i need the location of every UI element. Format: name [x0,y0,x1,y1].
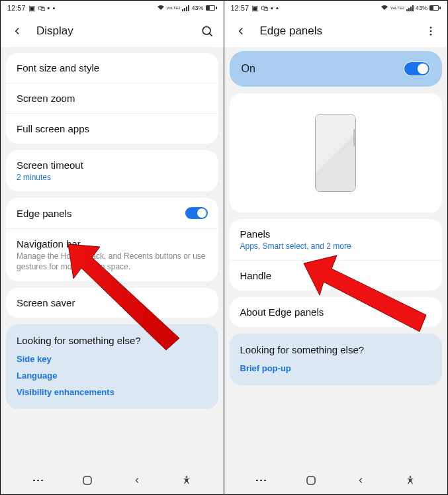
status-bar: 12:57 ▣ 🛍 ▪ • VoLTE2 43% [1,1,224,15]
recents-button[interactable] [252,472,269,489]
edge-panels-toggle[interactable] [185,207,208,219]
svg-point-15 [410,476,412,478]
page-title: Display [36,24,188,38]
row-full-screen-apps[interactable]: Full screen apps [6,114,218,144]
more-menu-icon[interactable] [424,24,438,38]
card-edge-nav: Edge panels Navigation bar Manage the Ho… [6,198,218,281]
signal-icon [406,5,414,11]
footer-link-side-key[interactable]: Side key [17,354,208,364]
home-button[interactable] [302,472,320,489]
back-icon[interactable] [10,24,24,38]
status-bar: 12:57 ▣ 🛍 ▪ • VoLTE2 43% [224,1,448,15]
row-navigation-bar[interactable]: Navigation bar Manage the Home, Back, an… [6,229,218,281]
status-time: 12:57 [7,4,26,12]
row-screen-zoom[interactable]: Screen zoom [6,83,218,114]
battery-pct: 43% [416,5,427,11]
nav-bar [224,467,448,494]
card-timeout: Screen timeout 2 minutes [6,150,218,191]
camera-icon: ▣ [251,4,258,13]
more-icon: • [52,4,55,12]
svg-rect-5 [83,476,91,484]
master-toggle-bar[interactable]: On [230,51,443,87]
master-toggle[interactable] [404,62,430,76]
more-icon: • [276,4,279,12]
row-edge-panels[interactable]: Edge panels [6,198,218,229]
preview-card [230,93,443,212]
battery-icon [429,5,441,11]
nav-bar [1,467,224,494]
page-title: Edge panels [260,24,412,38]
back-button[interactable] [352,472,369,489]
chat-icon: ▪ [48,4,50,12]
card-display-1: Font size and style Screen zoom Full scr… [6,53,218,144]
net-label: VoLTE2 [167,6,181,10]
card-screensaver: Screen saver [6,288,218,318]
wifi-icon [157,5,165,12]
bag-icon: 🛍 [38,4,45,12]
svg-point-10 [430,34,432,36]
home-button[interactable] [79,472,96,489]
card-about: About Edge panels [230,297,443,327]
chat-icon: ▪ [271,4,273,12]
wifi-icon [381,5,388,12]
footer-card: Looking for something else? Brief pop-up [230,334,443,385]
svg-line-1 [209,33,212,36]
battery-icon [206,5,217,11]
back-icon[interactable] [234,24,248,38]
bag-icon: 🛍 [261,4,268,12]
svg-point-8 [430,26,432,28]
status-time: 12:57 [231,4,249,12]
svg-point-9 [430,30,432,32]
net-label: VoLTE2 [390,6,404,10]
row-handle[interactable]: Handle [230,261,443,291]
recents-button[interactable] [29,472,46,489]
back-button[interactable] [128,472,146,489]
row-about-edge[interactable]: About Edge panels [230,297,443,327]
phone-display-settings: 12:57 ▣ 🛍 ▪ • VoLTE2 43% Display [1,1,224,494]
footer-title: Looking for something else? [17,335,208,346]
row-screen-timeout[interactable]: Screen timeout 2 minutes [6,150,218,191]
svg-rect-14 [307,476,315,484]
accessibility-button[interactable] [402,472,419,489]
accessibility-button[interactable] [178,472,195,489]
battery-pct: 43% [191,5,203,11]
signal-icon [182,5,189,11]
master-toggle-label: On [242,63,404,75]
footer-link-language[interactable]: Language [17,371,208,381]
header: Display [1,15,224,47]
preview-phone-graphic [315,114,356,192]
search-icon[interactable] [200,24,214,38]
footer-card: Looking for something else? Side key Lan… [6,324,218,409]
phone-edge-panels: 12:57 ▣ 🛍 ▪ • VoLTE2 43% Edge panels On [224,1,448,494]
footer-link-visibility[interactable]: Visibility enhancements [17,387,208,397]
footer-title: Looking for something else? [240,344,432,355]
svg-point-0 [202,26,210,34]
row-panels[interactable]: Panels Apps, Smart select, and 2 more [230,219,443,261]
footer-link-brief-popup[interactable]: Brief pop-up [240,363,432,373]
row-screen-saver[interactable]: Screen saver [6,288,218,318]
svg-point-6 [186,476,188,478]
camera-icon: ▣ [28,4,35,13]
header: Edge panels [224,15,448,47]
row-font-size[interactable]: Font size and style [6,53,218,83]
card-panels-handle: Panels Apps, Smart select, and 2 more Ha… [230,219,443,291]
